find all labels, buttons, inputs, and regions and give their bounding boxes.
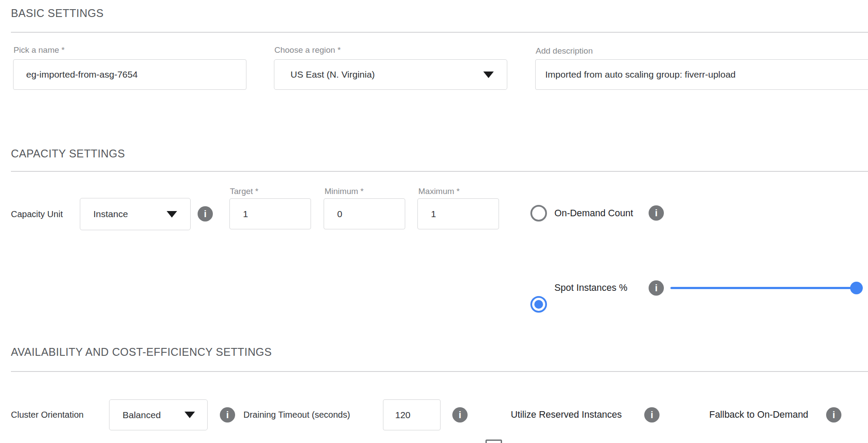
draining-timeout-label: Draining Timeout (seconds): [243, 410, 350, 420]
availability-settings-title: AVAILABILITY AND COST-EFFICIENCY SETTING…: [11, 346, 272, 358]
region-field-label: Choose a region *: [274, 45, 341, 55]
chevron-down-icon: [483, 72, 494, 78]
availability-settings-divider: [11, 371, 868, 372]
minimum-field-label: Minimum *: [325, 187, 364, 196]
utilize-reserved-checkbox-label[interactable]: Utilize Reserved Instances: [511, 409, 622, 420]
spot-instances-radio-label[interactable]: Spot Instances %: [554, 283, 627, 293]
minimum-input[interactable]: [324, 198, 405, 229]
draining-timeout-info-icon[interactable]: i: [452, 407, 468, 423]
spot-slider-handle[interactable]: [850, 282, 863, 294]
target-input[interactable]: [229, 198, 311, 229]
cluster-orientation-info-icon[interactable]: i: [220, 407, 235, 423]
cluster-orientation-label: Cluster Orientation: [11, 410, 84, 420]
target-field-label: Target *: [230, 187, 258, 196]
on-demand-radio-label[interactable]: On-Demand Count: [554, 208, 633, 219]
draining-timeout-input[interactable]: [383, 399, 441, 430]
capacity-unit-label: Capacity Unit: [11, 209, 63, 219]
capacity-unit-select-value: Instance: [93, 209, 128, 219]
capacity-unit-select[interactable]: Instance: [80, 198, 191, 230]
spot-slider-track[interactable]: [670, 287, 863, 289]
name-input[interactable]: [13, 59, 246, 90]
region-select[interactable]: US East (N. Virginia): [274, 59, 507, 90]
on-demand-info-icon[interactable]: i: [649, 205, 664, 221]
cluster-orientation-select[interactable]: Balanced: [109, 399, 208, 430]
spot-instances-info-icon[interactable]: i: [649, 280, 664, 296]
spot-percentage-slider[interactable]: [670, 282, 863, 294]
utilize-reserved-checkbox[interactable]: [485, 440, 502, 443]
maximum-input[interactable]: [417, 198, 499, 229]
utilize-reserved-info-icon[interactable]: i: [644, 407, 660, 423]
name-field-label: Pick a name *: [14, 45, 65, 55]
chevron-down-icon: [167, 211, 177, 218]
on-demand-radio[interactable]: [530, 205, 547, 222]
capacity-settings-title: CAPACITY SETTINGS: [11, 147, 125, 160]
description-input[interactable]: [535, 59, 868, 90]
spot-instances-radio[interactable]: [530, 296, 547, 313]
cluster-orientation-select-value: Balanced: [123, 410, 161, 420]
capacity-unit-info-icon[interactable]: i: [198, 206, 213, 222]
fallback-on-demand-checkbox-label[interactable]: Fallback to On-Demand: [709, 409, 808, 420]
maximum-field-label: Maximum *: [418, 187, 460, 196]
chevron-down-icon: [185, 412, 195, 418]
region-select-value: US East (N. Virginia): [290, 69, 375, 80]
basic-settings-title: BASIC SETTINGS: [11, 7, 104, 20]
radio-dot: [534, 300, 543, 309]
elastigroup-settings-page: BASIC SETTINGS Pick a name * Choose a re…: [0, 0, 868, 443]
capacity-settings-divider: [11, 171, 868, 172]
description-field-label: Add description: [536, 46, 593, 56]
fallback-on-demand-info-icon[interactable]: i: [826, 407, 841, 423]
basic-settings-divider: [11, 32, 868, 33]
